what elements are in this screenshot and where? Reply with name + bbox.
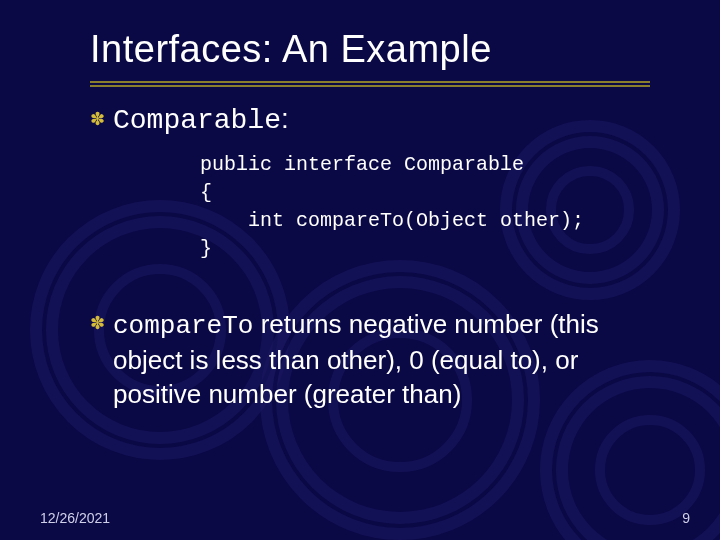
bullet-icon: ✽ [90, 307, 105, 339]
code-block: public interface Comparable { int compar… [90, 145, 650, 281]
bullet-text: compareTo returns negative number (this … [113, 307, 650, 411]
bullet-item: ✽ Comparable: [90, 103, 650, 137]
slide-title: Interfaces: An Example [0, 0, 720, 71]
footer-page-number: 9 [682, 510, 690, 526]
bullet-icon: ✽ [90, 103, 105, 135]
slide-content: Interfaces: An Example ✽ Comparable: pub… [0, 0, 720, 540]
bullet-item: ✽ compareTo returns negative number (thi… [90, 307, 650, 411]
slide-footer: 12/26/2021 9 [0, 510, 720, 526]
footer-date: 12/26/2021 [40, 510, 110, 526]
body-content: ✽ Comparable: public interface Comparabl… [0, 83, 720, 411]
bullet-text: Comparable: [113, 103, 289, 137]
